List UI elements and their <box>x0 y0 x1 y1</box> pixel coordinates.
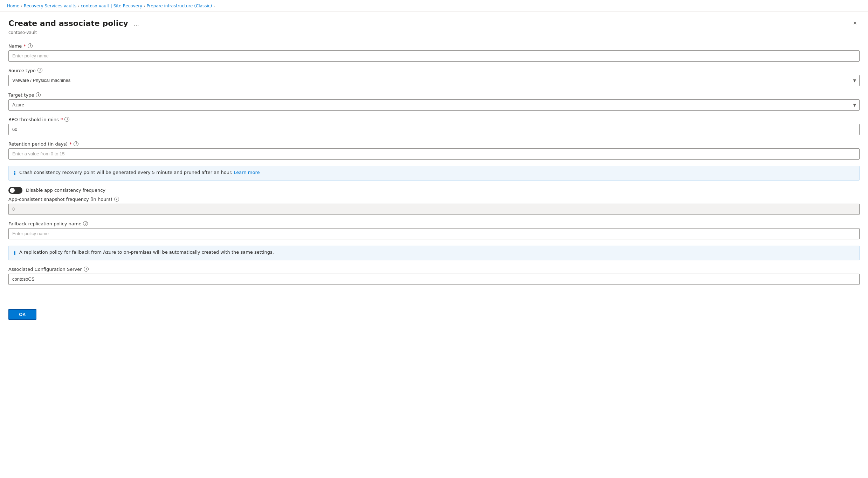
crash-banner-learn-more-link[interactable]: Learn more <box>234 170 260 175</box>
target-type-info-icon: i <box>36 92 41 97</box>
failback-banner-info-icon: ℹ <box>14 250 16 256</box>
name-label-text: Name <box>8 43 22 49</box>
failback-label: Failback replication policy name i <box>8 221 860 226</box>
breadcrumb-prepare-infra[interactable]: Prepare infrastructure (Classic) <box>147 3 212 8</box>
associated-server-label-text: Associated Configuration Server <box>8 267 82 272</box>
rpo-required-star: * <box>61 117 63 122</box>
rpo-input[interactable]: 60 <box>8 124 860 135</box>
source-type-label-text: Source type <box>8 68 36 73</box>
crash-info-banner: ℹ Crash consistency recovery point will … <box>8 166 860 181</box>
name-input[interactable] <box>8 50 860 62</box>
app-snapshot-field-group: App-consistent snapshot frequency (in ho… <box>8 197 860 215</box>
source-type-info-icon: i <box>37 68 42 73</box>
app-consistency-toggle-row: Disable app consistency frequency <box>8 187 860 194</box>
breadcrumb-sep-3: › <box>144 4 145 8</box>
breadcrumb: Home › Recovery Services vaults › contos… <box>0 0 868 12</box>
failback-info-banner: ℹ A replication policy for failback from… <box>8 246 860 260</box>
app-consistency-toggle-label: Disable app consistency frequency <box>26 188 105 193</box>
app-snapshot-input[interactable]: 0 <box>8 204 860 215</box>
rpo-label-text: RPO threshold in mins <box>8 117 59 122</box>
button-row: OK <box>8 303 860 320</box>
retention-label: Retention period (in days) * i <box>8 141 860 147</box>
toggle-thumb <box>10 188 15 193</box>
target-type-field-group: Target type i Azure ▼ <box>8 92 860 111</box>
page-title-group: Create and associate policy ... <box>8 19 141 29</box>
name-info-icon: i <box>28 43 33 48</box>
close-button[interactable]: × <box>850 19 860 28</box>
failback-input[interactable] <box>8 228 860 239</box>
breadcrumb-vaults[interactable]: Recovery Services vaults <box>24 3 76 8</box>
form-divider <box>8 292 860 292</box>
rpo-field-group: RPO threshold in mins * i 60 <box>8 117 860 135</box>
failback-banner-text: A replication policy for failback from A… <box>19 249 274 255</box>
app-snapshot-label-text: App-consistent snapshot frequency (in ho… <box>8 197 112 202</box>
app-consistency-toggle[interactable] <box>8 187 22 194</box>
ok-button[interactable]: OK <box>8 309 36 320</box>
rpo-label: RPO threshold in mins * i <box>8 117 860 122</box>
retention-required-star: * <box>69 141 72 147</box>
failback-field-group: Failback replication policy name i <box>8 221 860 239</box>
source-type-select-wrapper: VMware / Physical machines Hyper-V ▼ <box>8 75 860 86</box>
target-type-label-text: Target type <box>8 92 34 98</box>
retention-field-group: Retention period (in days) * i <box>8 141 860 160</box>
page-subtitle: contoso-vault <box>8 30 860 35</box>
source-type-label: Source type i <box>8 68 860 73</box>
crash-banner-main-text: Crash consistency recovery point will be… <box>19 170 232 175</box>
name-label: Name * i <box>8 43 860 49</box>
form-section: Name * i Source type i VMware / Physical… <box>8 43 860 320</box>
source-type-select[interactable]: VMware / Physical machines Hyper-V <box>8 75 860 86</box>
retention-label-text: Retention period (in days) <box>8 141 68 147</box>
target-type-select-wrapper: Azure ▼ <box>8 99 860 111</box>
page-header: Create and associate policy ... × <box>8 19 860 29</box>
crash-banner-text: Crash consistency recovery point will be… <box>19 170 260 175</box>
breadcrumb-sep-4: › <box>213 4 215 8</box>
retention-info-icon: i <box>74 141 78 146</box>
associated-server-field-group: Associated Configuration Server i contos… <box>8 267 860 285</box>
page-title: Create and associate policy <box>8 19 128 29</box>
breadcrumb-home[interactable]: Home <box>7 3 19 8</box>
crash-banner-info-icon: ℹ <box>14 170 16 177</box>
target-type-label: Target type i <box>8 92 860 98</box>
ellipsis-button[interactable]: ... <box>132 19 141 28</box>
breadcrumb-vault-site-recovery[interactable]: contoso-vault | Site Recovery <box>81 3 142 8</box>
breadcrumb-sep-1: › <box>21 4 22 8</box>
associated-server-input[interactable]: contosoCS <box>8 274 860 285</box>
failback-info-icon: i <box>83 221 88 226</box>
target-type-select[interactable]: Azure <box>8 99 860 111</box>
toggle-track <box>8 187 22 194</box>
retention-input[interactable] <box>8 148 860 160</box>
name-required-star: * <box>23 43 26 49</box>
breadcrumb-sep-2: › <box>78 4 79 8</box>
name-field-group: Name * i <box>8 43 860 62</box>
rpo-info-icon: i <box>64 117 69 122</box>
associated-server-info-icon: i <box>84 267 89 272</box>
failback-label-text: Failback replication policy name <box>8 221 81 226</box>
app-snapshot-label: App-consistent snapshot frequency (in ho… <box>8 197 860 202</box>
source-type-field-group: Source type i VMware / Physical machines… <box>8 68 860 86</box>
app-snapshot-info-icon: i <box>114 197 119 202</box>
associated-server-label: Associated Configuration Server i <box>8 267 860 272</box>
